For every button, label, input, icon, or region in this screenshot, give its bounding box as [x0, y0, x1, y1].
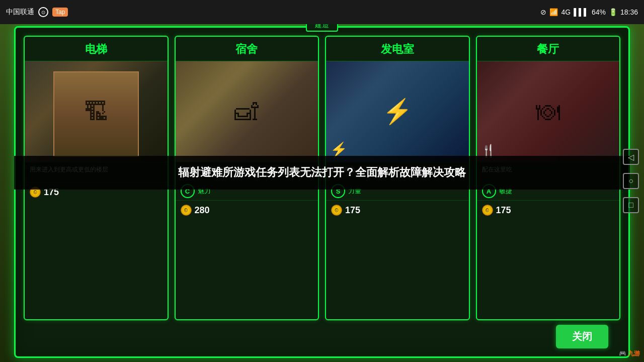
overlay-text: 辐射避难所游戏任务列表无法打开？全面解析故障解决攻略 [178, 165, 466, 180]
wifi-icon: 📶 [549, 8, 558, 16]
watermark: 🎮 九游 [619, 349, 640, 358]
coin-icon-dorm: © [181, 205, 192, 216]
overlay-banner: 辐射避难所游戏任务列表无法打开？全面解析故障解决攻略 [14, 156, 630, 190]
restaurant-image: 🍴 [477, 61, 620, 162]
power-title: 发电室 [326, 37, 469, 61]
restaurant-title: 餐厅 [477, 37, 620, 61]
signal-label: 4G [561, 8, 571, 16]
signal-bars-icon: ▌▌▌ [574, 8, 589, 16]
power-cost-amount: 175 [345, 205, 360, 216]
carrier-label: 中国联通 [6, 8, 34, 17]
dormitory-image [176, 61, 318, 162]
power-image: ⚡ [326, 61, 469, 162]
nav-square-button[interactable]: □ [623, 197, 639, 213]
restaurant-visual: 🍴 [477, 61, 620, 162]
coin-icon-restaurant: © [482, 205, 493, 216]
battery-label: 64% [592, 8, 606, 16]
coin-icon-power: © [331, 205, 342, 216]
clock-icon: ⊙ [38, 7, 48, 17]
signal-mute-icon: ⊘ [540, 8, 546, 16]
dorm-visual [176, 61, 318, 162]
close-button[interactable]: 关闭 [556, 325, 608, 348]
time-label: 18:36 [620, 8, 638, 16]
restaurant-cost: © 175 [477, 200, 620, 221]
build-dialog: 建造 电梯 用来进入到更高或更低的楼层 © 175 宿舍 还可以让居民繁育后代 [14, 26, 630, 358]
elevator-visual [25, 61, 168, 162]
nav-right-panel: ◁ ○ □ [623, 149, 641, 213]
dormitory-cost: © 280 [176, 200, 318, 221]
elevator-image [25, 61, 168, 162]
status-bar: 中国联通 ⊙ Tap ⊘ 📶 4G ▌▌▌ 64% 🔋 18:36 [0, 0, 644, 24]
battery-icon: 🔋 [609, 8, 617, 16]
dormitory-cost-amount: 280 [195, 205, 210, 216]
status-right: ⊘ 📶 4G ▌▌▌ 64% 🔋 18:36 [540, 8, 638, 16]
nav-circle-button[interactable]: ○ [623, 173, 639, 189]
dormitory-title: 宿舍 [176, 37, 318, 61]
status-left: 中国联通 ⊙ Tap [6, 7, 68, 17]
power-visual: ⚡ [326, 61, 469, 162]
nav-back-button[interactable]: ◁ [623, 149, 639, 165]
tap-icon: Tap [52, 8, 68, 17]
restaurant-cost-amount: 175 [496, 205, 511, 216]
power-cost: © 175 [326, 200, 469, 221]
elevator-title: 电梯 [25, 37, 168, 61]
